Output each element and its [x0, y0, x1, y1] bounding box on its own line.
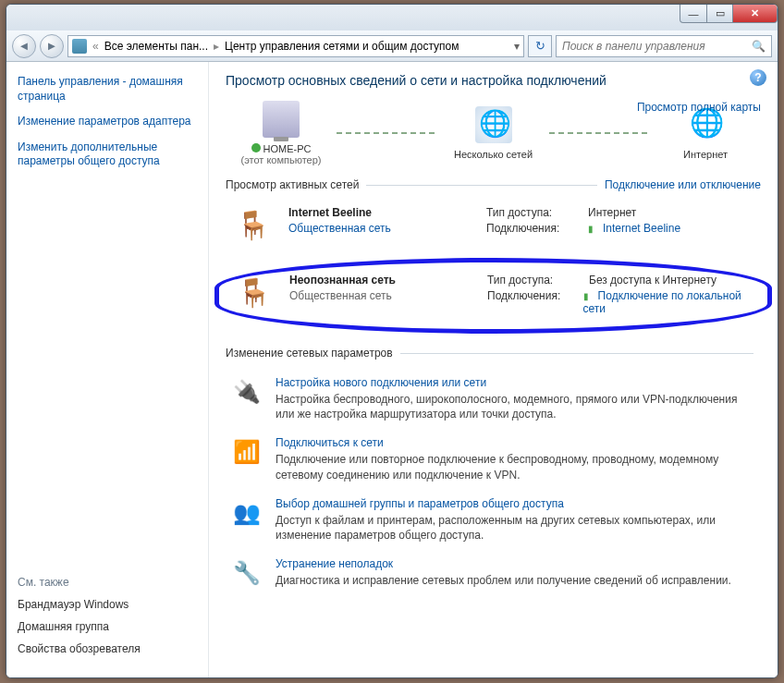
access-type-value: Интернет: [588, 206, 636, 219]
map-connection-line: [549, 132, 651, 134]
network-map: HOME-PC (этот компьютер) Несколько сетей…: [226, 101, 761, 165]
access-type-label: Тип доступа:: [487, 274, 589, 287]
change-settings-header: Изменение сетевых параметров: [226, 347, 761, 360]
active-networks-label: Просмотр активных сетей: [226, 178, 359, 191]
task-link[interactable]: Подключиться к сети: [276, 436, 757, 449]
access-type-label: Тип доступа:: [486, 206, 588, 219]
sidebar-spacer: [18, 180, 197, 576]
network-info-right: Тип доступа:Интернет Подключения:Interne…: [486, 206, 757, 243]
window-body: Панель управления - домашняя страница Из…: [6, 62, 778, 677]
network-type-label: Общественная сеть: [289, 289, 474, 302]
change-settings-label: Изменение сетевых параметров: [226, 347, 393, 360]
map-this-pc: HOME-PC (этот компьютер): [226, 101, 337, 165]
address-dropdown-icon[interactable]: ▾: [514, 40, 520, 53]
task-homegroup: 👥 Выбор домашней группы и параметров общ…: [226, 490, 761, 550]
highlighted-annotation: 🪑 Неопознанная сеть Общественная сеть Ти…: [214, 258, 772, 334]
pc-name: HOME-PC: [251, 143, 312, 154]
refresh-button[interactable]: ↻: [528, 35, 552, 57]
access-type-value: Без доступа к Интернету: [589, 274, 717, 287]
map-networks: Несколько сетей: [438, 106, 549, 160]
signal-icon: [583, 289, 594, 300]
sidebar-footer-homegroup[interactable]: Домашняя группа: [18, 620, 197, 633]
sidebar-footer-firewall[interactable]: Брандмауэр Windows: [18, 598, 197, 611]
connect-icon: 📶: [229, 436, 264, 468]
address-bar[interactable]: « Все элементы пан... ▸ Центр управления…: [67, 35, 524, 57]
task-new-connection: 🔌 Настройка нового подключения или сети …: [226, 369, 761, 429]
sidebar-footer-internet-options[interactable]: Свойства обозревателя: [18, 642, 197, 655]
breadcrumb-segment[interactable]: Все элементы пан...: [104, 40, 208, 53]
forward-button[interactable]: ►: [40, 34, 64, 58]
task-description: Диагностика и исправление сетевых пробле…: [276, 573, 757, 588]
task-link[interactable]: Выбор домашней группы и параметров общег…: [276, 497, 757, 510]
search-box[interactable]: 🔍: [556, 35, 772, 57]
task-link[interactable]: Устранение неполадок: [276, 557, 757, 570]
titlebar: — ▭ ✕: [6, 5, 778, 30]
new-connection-icon: 🔌: [229, 376, 264, 408]
back-button[interactable]: ◄: [12, 34, 36, 58]
networks-label: Несколько сетей: [454, 149, 533, 160]
signal-icon: [588, 222, 599, 233]
network-name: Неопознанная сеть: [289, 274, 474, 287]
task-link[interactable]: Настройка нового подключения или сети: [276, 376, 757, 389]
divider: [400, 353, 753, 354]
connect-disconnect-link[interactable]: Подключение или отключение: [605, 178, 761, 191]
troubleshoot-icon: 🔧: [229, 557, 264, 589]
network-icon: [475, 106, 512, 143]
network-entry-beeline: 🪑 Internet Beeline Общественная сеть Тип…: [226, 199, 761, 250]
task-description: Доступ к файлам и принтерам, расположенн…: [276, 513, 757, 543]
sidebar-link-sharing-settings[interactable]: Изменить дополнительные параметры общего…: [18, 140, 197, 169]
task-connect: 📶 Подключиться к сети Подключение или по…: [226, 429, 761, 489]
connection-link[interactable]: Подключение по локальной сети: [583, 289, 741, 315]
maximize-button[interactable]: ▭: [707, 5, 733, 23]
control-panel-window: — ▭ ✕ ◄ ► « Все элементы пан... ▸ Центр …: [6, 4, 778, 678]
sidebar-link-home[interactable]: Панель управления - домашняя страница: [18, 75, 197, 104]
connections-label: Подключения:: [487, 289, 583, 315]
main-content: ? Просмотр основных сведений о сети и на…: [208, 62, 778, 677]
sidebar-link-adapter-settings[interactable]: Изменение параметров адаптера: [18, 115, 197, 129]
breadcrumb-segment[interactable]: Центр управления сетями и общим доступом: [225, 40, 459, 53]
map-internet: Интернет: [650, 106, 761, 160]
network-entry-unidentified: 🪑 Неопознанная сеть Общественная сеть Ти…: [227, 266, 760, 325]
map-connection-line: [337, 132, 438, 134]
crumb-prefix: «: [91, 40, 101, 53]
task-description: Настройка беспроводного, широкополосного…: [276, 392, 757, 421]
task-list: 🔌 Настройка нового подключения или сети …: [226, 369, 761, 596]
homegroup-icon: 👥: [229, 497, 264, 529]
bench-icon: 🪑: [229, 206, 276, 243]
window-controls: — ▭ ✕: [680, 5, 778, 30]
sidebar-footer: См. также Брандмауэр Windows Домашняя гр…: [18, 576, 197, 665]
help-icon[interactable]: ?: [750, 69, 766, 86]
divider: [366, 185, 597, 186]
network-type-link[interactable]: Общественная сеть: [288, 222, 473, 235]
minimize-button[interactable]: —: [680, 5, 707, 23]
network-info-left: Неопознанная сеть Общественная сеть: [289, 274, 474, 318]
network-name: Internet Beeline: [288, 206, 473, 219]
page-title: Просмотр основных сведений о сети и наст…: [226, 73, 761, 88]
control-panel-icon: [72, 39, 87, 54]
pc-sublabel: (этот компьютер): [240, 154, 321, 165]
network-info-right: Тип доступа:Без доступа к Интернету Подк…: [487, 274, 756, 318]
computer-icon: [263, 101, 300, 138]
connection-link[interactable]: Internet Beeline: [603, 222, 680, 235]
connections-label: Подключения:: [486, 222, 588, 235]
search-icon[interactable]: 🔍: [752, 40, 766, 53]
view-full-map-link[interactable]: Просмотр полной карты: [637, 101, 761, 114]
internet-label: Интернет: [683, 149, 728, 160]
navigation-bar: ◄ ► « Все элементы пан... ▸ Центр управл…: [6, 30, 778, 62]
active-networks-header: Просмотр активных сетей Подключение или …: [226, 178, 761, 191]
task-troubleshoot: 🔧 Устранение неполадок Диагностика и исп…: [226, 550, 761, 596]
breadcrumb-sep-icon: ▸: [212, 40, 221, 53]
task-description: Подключение или повторное подключение к …: [276, 452, 757, 482]
bench-icon: 🪑: [230, 274, 276, 311]
see-also-label: См. также: [18, 576, 197, 589]
sidebar: Панель управления - домашняя страница Из…: [6, 62, 208, 677]
close-button[interactable]: ✕: [733, 5, 778, 23]
network-info-left: Internet Beeline Общественная сеть: [288, 206, 473, 243]
search-input[interactable]: [562, 40, 752, 53]
